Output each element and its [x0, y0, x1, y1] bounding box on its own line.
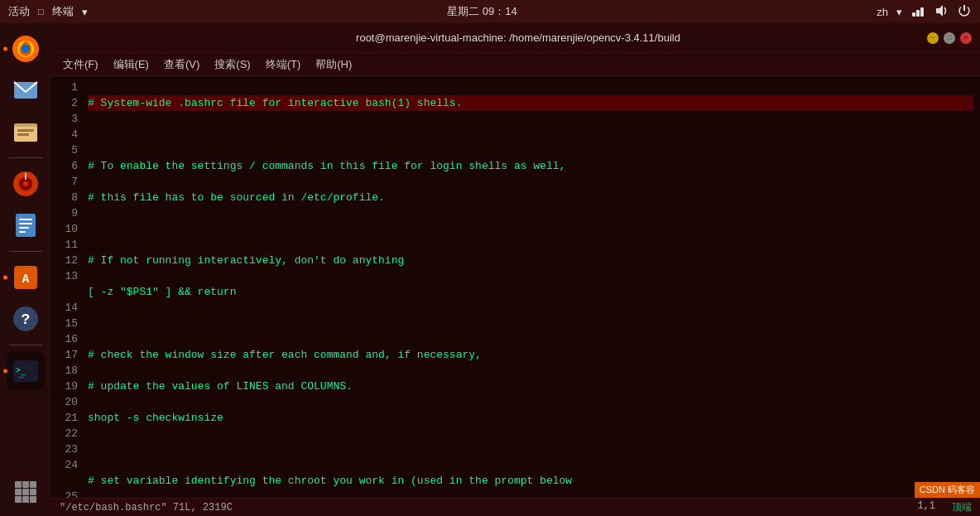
svg-text:>_: >_	[16, 365, 26, 375]
terminal-window: root@marenjie-virtual-machine: /home/mar…	[51, 23, 980, 516]
dock-installer[interactable]: A	[7, 258, 45, 297]
svg-rect-15	[25, 173, 26, 180]
line-10: # update the values of LINES and COLUMNS…	[88, 379, 973, 394]
menu-view[interactable]: 查看(V)	[157, 55, 206, 75]
dock-divider-3	[9, 345, 42, 345]
line-4: # this file has to be sourced in /etc/pr…	[88, 190, 973, 205]
menu-terminal[interactable]: 终端(T)	[259, 55, 308, 75]
svg-rect-10	[17, 129, 34, 132]
status-filename: "/etc/bash.bashrc" 71L, 2319C	[60, 502, 233, 514]
system-bar: 活动 □ 终端 ▾ 星期二 09：14 zh ▾	[0, 0, 980, 23]
system-bar-center: 星期二 09：14	[447, 4, 517, 19]
menu-edit[interactable]: 编辑(E)	[107, 55, 156, 75]
svg-rect-32	[22, 489, 29, 495]
dock-music[interactable]	[7, 165, 45, 203]
svg-rect-35	[22, 496, 29, 503]
dock-apps[interactable]	[7, 473, 45, 511]
maximize-button[interactable]: □	[944, 32, 955, 44]
line-9: # check the window size after each comma…	[88, 347, 973, 363]
menu-help[interactable]: 帮助(H)	[309, 55, 358, 75]
terminal-icon-label: □	[38, 7, 44, 17]
svg-marker-3	[936, 5, 943, 17]
status-bar: "/etc/bash.bashrc" 71L, 2319C 1,1 顶端	[51, 498, 980, 516]
svg-rect-2	[920, 7, 924, 17]
dock-divider-2	[9, 251, 42, 252]
dock-mail[interactable]	[7, 71, 45, 109]
line-13: # set variable identifying the chroot yo…	[88, 473, 973, 489]
language-dropdown[interactable]: ▾	[896, 6, 902, 18]
status-top: 顶端	[952, 500, 972, 514]
line-numbers: 1 2 3 4 5 6 7 8 9 10 11 12 13 14 15 16 1…	[51, 76, 81, 498]
svg-rect-18	[19, 223, 32, 224]
line-11: shopt -s checkwinsize	[88, 410, 973, 426]
clock: 星期二 09：14	[447, 4, 517, 19]
terminal-app-label[interactable]: 终端	[52, 4, 74, 19]
terminal-titlebar: root@marenjie-virtual-machine: /home/mar…	[51, 23, 980, 53]
svg-rect-0	[912, 12, 915, 17]
svg-rect-16	[16, 214, 36, 237]
dock-divider-1	[9, 157, 42, 158]
line-2	[88, 127, 973, 142]
network-icon[interactable]	[910, 3, 925, 21]
terminal-title: root@marenjie-virtual-machine: /home/mar…	[109, 31, 927, 44]
svg-rect-30	[30, 481, 36, 488]
watermark: CSDN 码客容	[915, 482, 980, 498]
svg-point-6	[22, 45, 30, 53]
svg-text:?: ?	[22, 311, 31, 328]
status-right: 1,1 顶端	[917, 500, 972, 514]
system-bar-right: zh ▾	[877, 3, 972, 21]
svg-rect-1	[916, 10, 920, 17]
power-icon[interactable]	[957, 3, 972, 21]
svg-rect-31	[15, 489, 22, 495]
svg-rect-29	[22, 481, 29, 488]
line-7: [ -z "$PS1" ] && return	[88, 284, 973, 300]
status-position: 1,1	[917, 500, 935, 514]
dock-help[interactable]: ?	[7, 300, 45, 338]
svg-rect-36	[30, 496, 36, 503]
menu-file[interactable]: 文件(F)	[56, 55, 105, 75]
dock: A ? _ >_	[0, 23, 51, 516]
editor-content: 1 2 3 4 5 6 7 8 9 10 11 12 13 14 15 16 1…	[51, 76, 980, 498]
window-controls: — □ ✕	[927, 32, 972, 44]
dock-firefox[interactable]	[7, 30, 45, 68]
dock-terminal[interactable]: _ >_	[7, 352, 45, 390]
volume-icon[interactable]	[934, 3, 949, 21]
svg-rect-28	[15, 481, 22, 488]
code-area[interactable]: # System-wide .bashrc file for interacti…	[81, 76, 980, 498]
line-5	[88, 221, 973, 237]
svg-rect-33	[30, 489, 36, 495]
menu-bar: 文件(F) 编辑(E) 查看(V) 搜索(S) 终端(T) 帮助(H)	[51, 53, 980, 76]
system-bar-left: 活动 □ 终端 ▾	[8, 4, 88, 19]
svg-text:A: A	[22, 272, 30, 286]
svg-point-14	[23, 181, 28, 186]
close-button[interactable]: ✕	[960, 32, 972, 44]
svg-rect-11	[17, 133, 29, 136]
activities-label[interactable]: 活动	[8, 4, 30, 19]
language-label[interactable]: zh	[877, 6, 888, 18]
svg-rect-17	[19, 219, 32, 220]
line-8	[88, 316, 973, 331]
minimize-button[interactable]: —	[927, 32, 939, 44]
svg-rect-34	[15, 496, 22, 503]
line-3: # To enable the settings / commands in t…	[88, 158, 973, 174]
menu-search[interactable]: 搜索(S)	[208, 55, 257, 75]
svg-rect-19	[19, 227, 29, 229]
dock-files[interactable]	[7, 113, 45, 151]
line-1: # System-wide .bashrc file for interacti…	[88, 95, 973, 111]
terminal-dropdown-icon[interactable]: ▾	[82, 6, 88, 18]
svg-rect-20	[19, 231, 26, 233]
line-12	[88, 441, 973, 457]
line-6: # If not running interactively, don't do…	[88, 253, 973, 268]
dock-text[interactable]	[7, 206, 45, 244]
